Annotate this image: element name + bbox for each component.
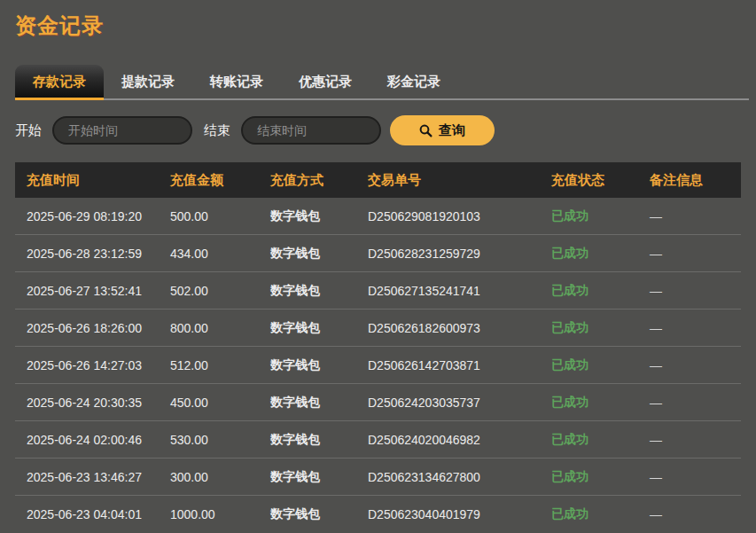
cell-recharge-time: 2025-06-27 13:52:41 bbox=[27, 284, 170, 298]
cell-status-badge: 已成功 bbox=[551, 208, 650, 224]
deposit-records-table: 充值时间 充值金额 充值方式 交易单号 充值状态 备注信息 2025-06-29… bbox=[15, 162, 741, 533]
cell-recharge-time: 2025-06-24 02:00:46 bbox=[27, 433, 170, 447]
cell-recharge-amount: 530.00 bbox=[170, 433, 270, 447]
cell-recharge-amount: 512.00 bbox=[170, 358, 270, 372]
cell-status-badge: 已成功 bbox=[551, 469, 650, 485]
tabs-divider bbox=[15, 98, 749, 100]
tab-withdrawal-records[interactable]: 提款记录 bbox=[104, 65, 192, 98]
cell-recharge-method: 数字钱包 bbox=[270, 395, 368, 411]
record-tabs: 存款记录 提款记录 转账记录 优惠记录 彩金记录 bbox=[15, 65, 741, 98]
cell-status-badge: 已成功 bbox=[551, 283, 650, 299]
cell-recharge-method: 数字钱包 bbox=[270, 432, 368, 448]
start-date-input[interactable] bbox=[52, 116, 192, 145]
page-title: 资金记录 bbox=[15, 0, 741, 40]
cell-recharge-amount: 1000.00 bbox=[170, 507, 270, 521]
cell-recharge-method: 数字钱包 bbox=[270, 506, 368, 522]
col-header-remark: 备注信息 bbox=[650, 172, 741, 189]
cell-recharge-amount: 500.00 bbox=[170, 209, 270, 223]
col-header-txn: 交易单号 bbox=[368, 172, 551, 189]
table-row: 2025-06-29 08:19:20 500.00 数字钱包 D2506290… bbox=[15, 198, 741, 235]
cell-status-badge: 已成功 bbox=[551, 432, 650, 448]
table-row: 2025-06-24 02:00:46 530.00 数字钱包 D2506240… bbox=[15, 421, 741, 459]
table-body: 2025-06-29 08:19:20 500.00 数字钱包 D2506290… bbox=[15, 198, 741, 533]
cell-status-badge: 已成功 bbox=[551, 320, 650, 336]
cell-transaction-id: D250623134627800 bbox=[368, 470, 551, 484]
cell-recharge-method: 数字钱包 bbox=[270, 283, 368, 299]
table-row: 2025-06-24 20:30:35 450.00 数字钱包 D2506242… bbox=[15, 384, 741, 421]
cell-recharge-time: 2025-06-28 23:12:59 bbox=[27, 247, 170, 261]
search-button[interactable]: 查询 bbox=[390, 115, 495, 145]
end-date-input[interactable] bbox=[241, 116, 381, 145]
date-filter-bar: 开始 结束 查询 bbox=[15, 115, 741, 145]
cell-recharge-amount: 502.00 bbox=[170, 284, 270, 298]
cell-recharge-amount: 450.00 bbox=[170, 396, 270, 410]
tab-promo-records[interactable]: 优惠记录 bbox=[281, 65, 370, 98]
col-header-time: 充值时间 bbox=[27, 172, 170, 189]
cell-recharge-method: 数字钱包 bbox=[270, 208, 368, 224]
start-date-label: 开始 bbox=[15, 122, 42, 139]
cell-recharge-time: 2025-06-23 04:04:01 bbox=[27, 507, 170, 521]
cell-recharge-time: 2025-06-23 13:46:27 bbox=[27, 470, 170, 484]
col-header-amount: 充值金额 bbox=[170, 172, 270, 189]
table-row: 2025-06-27 13:52:41 502.00 数字钱包 D2506271… bbox=[15, 272, 741, 310]
cell-recharge-amount: 434.00 bbox=[170, 247, 270, 261]
cell-remark: — bbox=[650, 358, 741, 372]
cell-transaction-id: D250624203035737 bbox=[368, 396, 551, 410]
cell-remark: — bbox=[650, 247, 741, 261]
cell-status-badge: 已成功 bbox=[551, 395, 650, 411]
cell-transaction-id: D250626182600973 bbox=[368, 321, 551, 335]
tab-bonus-records[interactable]: 彩金记录 bbox=[370, 65, 458, 98]
cell-recharge-time: 2025-06-26 14:27:03 bbox=[27, 358, 170, 372]
cell-remark: — bbox=[650, 284, 741, 298]
cell-recharge-amount: 300.00 bbox=[170, 470, 270, 484]
cell-remark: — bbox=[650, 470, 741, 484]
table-row: 2025-06-26 18:26:00 800.00 数字钱包 D2506261… bbox=[15, 310, 741, 347]
cell-transaction-id: D250628231259729 bbox=[368, 247, 551, 261]
cell-remark: — bbox=[650, 433, 741, 447]
cell-transaction-id: D250624020046982 bbox=[368, 433, 551, 447]
table-row: 2025-06-23 04:04:01 1000.00 数字钱包 D250623… bbox=[15, 496, 741, 533]
search-icon bbox=[419, 124, 433, 137]
cell-remark: — bbox=[650, 321, 741, 335]
search-button-label: 查询 bbox=[439, 122, 465, 139]
cell-status-badge: 已成功 bbox=[551, 357, 650, 373]
tab-transfer-records[interactable]: 转账记录 bbox=[192, 65, 281, 98]
cell-status-badge: 已成功 bbox=[551, 506, 650, 522]
fund-records-page: 资金记录 存款记录 提款记录 转账记录 优惠记录 彩金记录 开始 结束 查询 充… bbox=[0, 0, 756, 533]
cell-transaction-id: D250627135241741 bbox=[368, 284, 551, 298]
active-tab-underline bbox=[15, 98, 104, 100]
tab-deposit-records[interactable]: 存款记录 bbox=[15, 65, 104, 98]
cell-remark: — bbox=[650, 507, 741, 521]
table-row: 2025-06-26 14:27:03 512.00 数字钱包 D2506261… bbox=[15, 347, 741, 384]
table-row: 2025-06-28 23:12:59 434.00 数字钱包 D2506282… bbox=[15, 235, 741, 272]
cell-recharge-method: 数字钱包 bbox=[270, 246, 368, 262]
cell-status-badge: 已成功 bbox=[551, 246, 650, 262]
cell-transaction-id: D250623040401979 bbox=[368, 507, 551, 521]
cell-recharge-amount: 800.00 bbox=[170, 321, 270, 335]
end-date-label: 结束 bbox=[204, 122, 230, 139]
cell-transaction-id: D250626142703871 bbox=[368, 358, 551, 372]
cell-recharge-time: 2025-06-29 08:19:20 bbox=[27, 209, 170, 223]
table-row: 2025-06-23 13:46:27 300.00 数字钱包 D2506231… bbox=[15, 459, 741, 496]
cell-recharge-method: 数字钱包 bbox=[270, 357, 368, 373]
cell-remark: — bbox=[650, 396, 741, 410]
cell-recharge-method: 数字钱包 bbox=[270, 320, 368, 336]
cell-remark: — bbox=[650, 209, 741, 223]
cell-recharge-time: 2025-06-26 18:26:00 bbox=[27, 321, 170, 335]
table-header: 充值时间 充值金额 充值方式 交易单号 充值状态 备注信息 bbox=[15, 162, 741, 198]
cell-transaction-id: D250629081920103 bbox=[368, 209, 551, 223]
col-header-status: 充值状态 bbox=[551, 172, 650, 189]
col-header-method: 充值方式 bbox=[270, 172, 368, 189]
cell-recharge-time: 2025-06-24 20:30:35 bbox=[27, 396, 170, 410]
cell-recharge-method: 数字钱包 bbox=[270, 469, 368, 485]
